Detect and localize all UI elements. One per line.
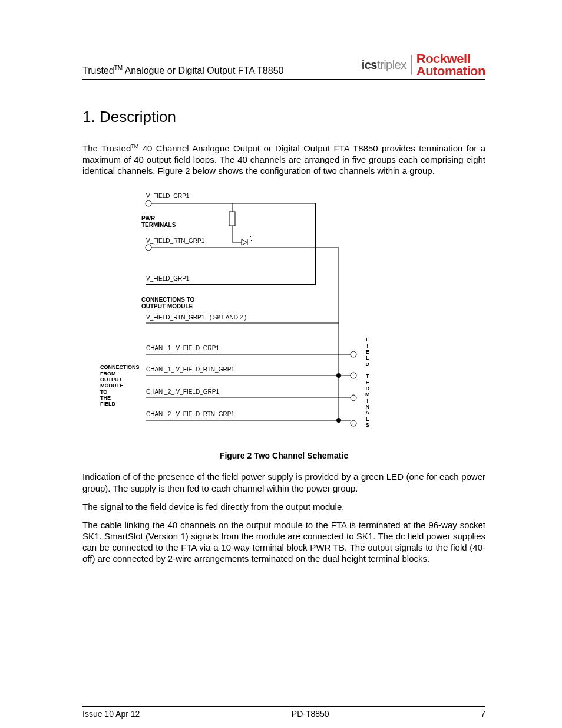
page-header: TrustedTM Analogue or Digital Output FTA… bbox=[82, 53, 485, 80]
schematic-diagram: V_FIELD_GRP1 PWR TERMINALS V_FIELD_RTN_G… bbox=[141, 190, 395, 438]
svg-marker-7 bbox=[242, 239, 247, 245]
ics-triplex-logo: icstriplex bbox=[362, 58, 406, 72]
page-footer: Issue 10 Apr 12 PD-T8850 7 bbox=[82, 706, 485, 719]
paragraph-1: The TrustedTM 40 Channel Analogue Output… bbox=[82, 143, 485, 177]
rockwell-automation-logo: Rockwell Automation bbox=[416, 53, 485, 78]
figure-2: V_FIELD_GRP1 PWR TERMINALS V_FIELD_RTN_G… bbox=[82, 190, 485, 460]
paragraph-4: The cable linking the 40 channels on the… bbox=[82, 519, 485, 565]
svg-point-27 bbox=[351, 420, 356, 426]
svg-point-24 bbox=[351, 395, 356, 401]
footer-page-number: 7 bbox=[481, 709, 485, 719]
footer-issue: Issue 10 Apr 12 bbox=[82, 709, 140, 719]
header-title-tm: TM bbox=[114, 65, 123, 71]
lbl-chan2rtn: CHAN _2_ V_FIELD_RTN_GRP1 bbox=[146, 411, 234, 417]
logo-separator bbox=[411, 55, 412, 75]
lbl-pwr-terminals: PWR TERMINALS bbox=[141, 215, 176, 228]
lbl-vfieldrtn-top: V_FIELD_RTN_GRP1 bbox=[146, 238, 204, 244]
svg-line-9 bbox=[250, 234, 253, 238]
lbl-side-right: F I E L D T E R M I N A L S bbox=[365, 337, 370, 428]
svg-point-19 bbox=[351, 351, 356, 357]
header-logos: icstriplex Rockwell Automation bbox=[362, 53, 485, 78]
header-title: TrustedTM Analogue or Digital Output FTA… bbox=[82, 65, 283, 77]
svg-point-0 bbox=[146, 200, 151, 206]
footer-docid: PD-T8850 bbox=[292, 709, 329, 719]
paragraph-2: Indication of of the presence of the fie… bbox=[82, 471, 485, 493]
svg-point-26 bbox=[336, 418, 341, 423]
lbl-vfield-mid: V_FIELD_GRP1 bbox=[146, 275, 189, 282]
header-title-rest: Analogue or Digital Output FTA T8850 bbox=[123, 66, 283, 76]
svg-point-11 bbox=[146, 245, 151, 251]
lbl-chan2v: CHAN _2_ V_FIELD_GRP1 bbox=[146, 388, 219, 395]
paragraph-3: The signal to the field device is fed di… bbox=[82, 501, 485, 512]
lbl-vfield-top: V_FIELD_GRP1 bbox=[146, 193, 189, 199]
figure-caption: Figure 2 Two Channel Schematic bbox=[82, 451, 485, 460]
svg-point-21 bbox=[336, 373, 341, 378]
svg-line-10 bbox=[251, 237, 254, 241]
lbl-chan1rtn: CHAN _1_ V_FIELD_RTN_GRP1 bbox=[146, 366, 234, 373]
lbl-chan1v: CHAN _1_ V_FIELD_GRP1 bbox=[146, 345, 219, 351]
lbl-conn-output: CONNECTIONS TO OUTPUT MODULE bbox=[141, 297, 194, 309]
section-heading: 1. Description bbox=[82, 108, 485, 126]
svg-point-22 bbox=[351, 373, 356, 378]
lbl-side-left: CONNECTIONS FROM OUTPUT MODULE TO THE FI… bbox=[100, 364, 140, 407]
lbl-vfieldrtn-sk: V_FIELD_RTN_GRP1 ( SK1 AND 2 ) bbox=[146, 314, 246, 321]
header-title-prefix: Trusted bbox=[82, 66, 114, 76]
svg-rect-3 bbox=[229, 212, 235, 226]
